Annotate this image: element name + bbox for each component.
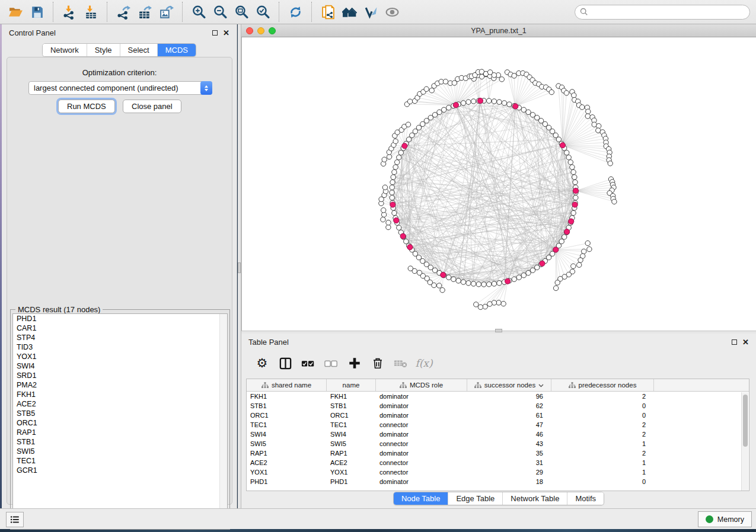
import-table-icon[interactable] — [82, 3, 100, 21]
mcds-result-item[interactable]: SRD1 — [13, 371, 227, 380]
zoom-in-icon[interactable] — [190, 3, 208, 21]
network-node[interactable] — [577, 262, 582, 267]
cell-name[interactable]: PHD1 — [327, 478, 376, 485]
network-node[interactable] — [466, 281, 471, 286]
mcds-hub-node[interactable] — [573, 188, 578, 193]
mcds-hub-node[interactable] — [540, 261, 545, 266]
network-node[interactable] — [487, 98, 492, 103]
cell-name[interactable]: STB1 — [327, 402, 376, 409]
network-node[interactable] — [566, 155, 571, 160]
network-node[interactable] — [526, 271, 531, 275]
gear-icon[interactable]: ⚙ — [253, 354, 271, 372]
network-node[interactable] — [568, 160, 573, 165]
network-node[interactable] — [580, 105, 585, 110]
cell-MCDS-role[interactable]: dominator — [376, 393, 467, 400]
cell-MCDS-role[interactable]: connector — [376, 440, 467, 447]
mcds-result-item[interactable]: PHD1 — [13, 314, 227, 323]
network-node[interactable] — [390, 185, 394, 190]
cell-predecessor-nodes[interactable]: 2 — [551, 431, 654, 438]
tab-node-table[interactable]: Node Table — [394, 492, 448, 505]
optimization-select[interactable]: largest connected component (undirected) — [28, 81, 212, 95]
mcds-hub-node[interactable] — [569, 219, 574, 224]
cell-predecessor-nodes[interactable]: 2 — [551, 450, 654, 457]
mcds-hub-node[interactable] — [400, 233, 406, 239]
network-node[interactable] — [446, 105, 451, 110]
cell-successor-nodes[interactable]: 96 — [467, 393, 551, 400]
network-node[interactable] — [392, 210, 397, 215]
network-node[interactable] — [483, 304, 487, 309]
cell-MCDS-role[interactable]: connector — [376, 469, 467, 476]
tab-mcds[interactable]: MCDS — [157, 44, 196, 56]
network-node[interactable] — [564, 91, 569, 95]
network-node[interactable] — [553, 286, 558, 290]
mcds-hub-node[interactable] — [513, 104, 518, 109]
cell-name[interactable]: FKH1 — [327, 393, 376, 400]
mcds-hub-node[interactable] — [394, 218, 399, 223]
network-node[interactable] — [408, 266, 413, 271]
network-node[interactable] — [442, 107, 446, 112]
export-table-icon[interactable] — [136, 3, 154, 21]
column-header-MCDS-role[interactable]: MCDS role — [376, 379, 467, 391]
network-node[interactable] — [521, 107, 526, 112]
cell-successor-nodes[interactable]: 61 — [467, 412, 551, 419]
mcds-result-item[interactable]: GCR1 — [13, 466, 227, 475]
delete-column-icon[interactable] — [369, 354, 387, 372]
cell-shared-name[interactable]: FKH1 — [247, 393, 327, 400]
network-node[interactable] — [578, 258, 583, 262]
mcds-result-item[interactable]: SWI5 — [13, 447, 227, 456]
cell-successor-nodes[interactable]: 35 — [467, 450, 551, 457]
mcds-result-item[interactable]: YOX1 — [13, 352, 227, 361]
cell-shared-name[interactable]: RAP1 — [247, 450, 327, 457]
network-node[interactable] — [382, 185, 387, 190]
save-session-icon[interactable] — [28, 3, 46, 21]
cell-name[interactable]: RAP1 — [327, 450, 376, 457]
mcds-result-item[interactable]: STB1 — [13, 437, 227, 447]
cell-successor-nodes[interactable]: 31 — [467, 459, 551, 466]
mcds-hub-node[interactable] — [453, 102, 458, 108]
network-node[interactable] — [393, 165, 398, 169]
network-node[interactable] — [474, 302, 479, 307]
table-row[interactable]: PHD1PHD1dominator180 — [247, 477, 749, 486]
cell-name[interactable]: YOX1 — [327, 469, 376, 476]
network-node[interactable] — [471, 281, 476, 286]
network-node[interactable] — [512, 73, 516, 78]
cell-successor-nodes[interactable]: 46 — [467, 431, 551, 438]
eye-icon[interactable] — [383, 3, 401, 21]
add-column-icon[interactable] — [346, 354, 363, 372]
table-row[interactable]: YOX1YOX1connector291 — [247, 467, 749, 477]
network-node[interactable] — [382, 157, 387, 162]
cell-shared-name[interactable]: PHD1 — [247, 478, 327, 485]
network-node[interactable] — [530, 268, 535, 273]
tab-network-table[interactable]: Network Table — [502, 492, 567, 505]
network-node[interactable] — [404, 239, 409, 243]
cell-shared-name[interactable]: YOX1 — [247, 469, 327, 476]
mcds-list-scrollbar[interactable] — [219, 314, 227, 527]
table-row[interactable]: ORC1ORC1dominator610 — [247, 411, 749, 420]
mcds-hub-node[interactable] — [564, 229, 570, 235]
network-node[interactable] — [437, 110, 442, 114]
mcds-hub-node[interactable] — [477, 98, 483, 104]
cell-name[interactable]: SWI4 — [327, 431, 376, 438]
network-node[interactable] — [570, 165, 575, 169]
network-node[interactable] — [424, 86, 429, 91]
network-node[interactable] — [395, 160, 400, 165]
network-node[interactable] — [497, 281, 502, 286]
mcds-hub-node[interactable] — [390, 202, 395, 207]
search-field[interactable] — [591, 8, 745, 16]
mcds-result-item[interactable]: STB5 — [13, 409, 227, 418]
mcds-result-item[interactable]: TID3 — [13, 342, 227, 352]
network-node[interactable] — [516, 275, 521, 280]
network-node[interactable] — [392, 169, 397, 174]
cell-predecessor-nodes[interactable]: 0 — [551, 402, 654, 409]
network-node[interactable] — [387, 155, 391, 159]
mcds-hub-node[interactable] — [407, 245, 413, 250]
mcds-result-list[interactable]: PHD1CAR1STP4TID3YOX1SWI4SRD1PMA2FKH1ACE2… — [12, 313, 228, 527]
network-node[interactable] — [555, 280, 560, 285]
network-node[interactable] — [526, 110, 531, 114]
mcds-result-item[interactable]: TEC1 — [13, 456, 227, 466]
cell-shared-name[interactable]: ORC1 — [247, 412, 327, 419]
table-row[interactable]: FKH1FKH1dominator962 — [247, 392, 749, 401]
cell-shared-name[interactable]: SWI5 — [247, 440, 327, 447]
network-node[interactable] — [386, 225, 391, 229]
cell-MCDS-role[interactable]: dominator — [376, 402, 467, 409]
